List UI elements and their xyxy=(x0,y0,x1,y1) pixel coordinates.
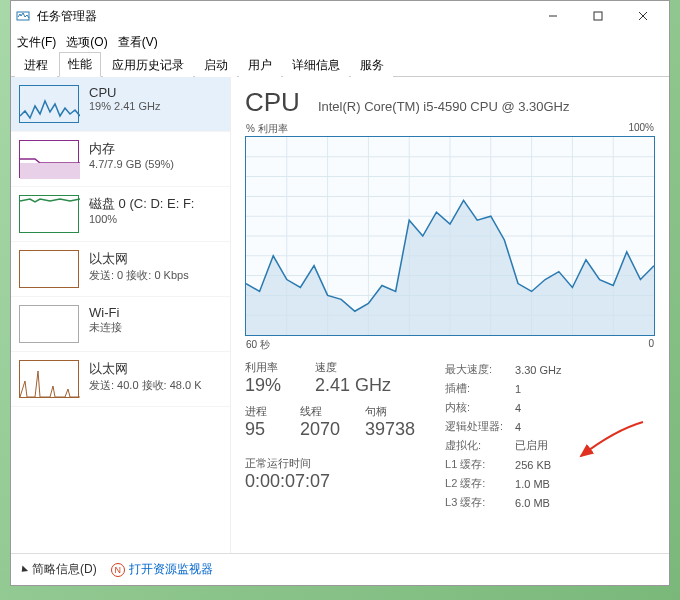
stat-val: 4 xyxy=(515,417,571,436)
stat-key: 最大速度: xyxy=(445,360,515,379)
tab-performance[interactable]: 性能 xyxy=(59,52,101,77)
cpu-model: Intel(R) Core(TM) i5-4590 CPU @ 3.30GHz xyxy=(318,99,570,114)
stat-val: 256 KB xyxy=(515,455,571,474)
stat-val: 6.0 MB xyxy=(515,493,571,512)
sidebar-label: Wi-Fi xyxy=(89,305,222,320)
sidebar-sub: 未连接 xyxy=(89,320,222,335)
svg-rect-5 xyxy=(20,163,80,179)
close-button[interactable] xyxy=(620,2,665,30)
chart-ylabel: % 利用率 xyxy=(246,122,288,136)
task-manager-window: 任务管理器 文件(F) 选项(O) 查看(V) 进程 性能 应用历史记录 启动 … xyxy=(10,0,670,586)
performance-sidebar: CPU19% 2.41 GHz 内存4.7/7.9 GB (59%) 磁盘 0 … xyxy=(11,77,231,553)
sidebar-label: 内存 xyxy=(89,140,222,158)
main-panel: CPU Intel(R) Core(TM) i5-4590 CPU @ 3.30… xyxy=(231,77,669,553)
fewer-details-button[interactable]: 简略信息(D) xyxy=(21,561,97,578)
sidebar-item-ethernet[interactable]: 以太网发送: 0 接收: 0 Kbps xyxy=(11,242,230,297)
wifi-thumb-icon xyxy=(19,305,79,343)
stat-label: 句柄 xyxy=(365,404,387,419)
stat-key: L3 缓存: xyxy=(445,493,515,512)
stat-val: 已启用 xyxy=(515,436,571,455)
titlebar[interactable]: 任务管理器 xyxy=(11,1,669,31)
sidebar-item-memory[interactable]: 内存4.7/7.9 GB (59%) xyxy=(11,132,230,187)
sidebar-item-wifi[interactable]: Wi-Fi未连接 xyxy=(11,297,230,352)
stats-left: 利用率 速度 19% 2.41 GHz 进程 线程 句柄 xyxy=(245,360,415,512)
stat-val: 1.0 MB xyxy=(515,474,571,493)
chevron-icon xyxy=(19,565,28,574)
sidebar-item-disk[interactable]: 磁盘 0 (C: D: E: F:100% xyxy=(11,187,230,242)
stat-value-utilization: 19% xyxy=(245,375,295,396)
stat-label: 利用率 xyxy=(245,360,295,375)
sidebar-label: 磁盘 0 (C: D: E: F: xyxy=(89,195,222,213)
chart-ymax: 100% xyxy=(628,122,654,136)
chart-xmax: 60 秒 xyxy=(246,338,270,352)
window-title: 任务管理器 xyxy=(37,8,530,25)
ethernet-thumb-icon xyxy=(19,250,79,288)
stat-key: 插槽: xyxy=(445,379,515,398)
footer: 简略信息(D) N打开资源监视器 xyxy=(11,553,669,585)
tab-processes[interactable]: 进程 xyxy=(15,53,57,77)
annotation-arrow-icon xyxy=(575,420,645,460)
menu-options[interactable]: 选项(O) xyxy=(66,34,107,51)
sidebar-sub: 19% 2.41 GHz xyxy=(89,100,222,112)
sidebar-item-cpu[interactable]: CPU19% 2.41 GHz xyxy=(11,77,230,132)
stat-label: 进程 xyxy=(245,404,280,419)
sidebar-sub: 发送: 40.0 接收: 48.0 K xyxy=(89,378,222,393)
content-area: CPU19% 2.41 GHz 内存4.7/7.9 GB (59%) 磁盘 0 … xyxy=(11,77,669,553)
sidebar-sub: 100% xyxy=(89,213,222,225)
svg-rect-2 xyxy=(594,12,602,20)
stat-val: 3.30 GHz xyxy=(515,360,571,379)
app-icon xyxy=(15,8,31,24)
page-title: CPU xyxy=(245,87,300,118)
stat-key: 内核: xyxy=(445,398,515,417)
uptime-label: 正常运行时间 xyxy=(245,456,415,471)
disk-thumb-icon xyxy=(19,195,79,233)
stat-key: L1 缓存: xyxy=(445,455,515,474)
tab-users[interactable]: 用户 xyxy=(239,53,281,77)
menubar: 文件(F) 选项(O) 查看(V) xyxy=(11,31,669,53)
uptime-value: 0:00:07:07 xyxy=(245,471,415,492)
stat-value-threads: 2070 xyxy=(300,419,345,440)
stat-value-processes: 95 xyxy=(245,419,280,440)
resmon-icon: N xyxy=(111,563,125,577)
menu-file[interactable]: 文件(F) xyxy=(17,34,56,51)
tab-details[interactable]: 详细信息 xyxy=(283,53,349,77)
sidebar-sub: 发送: 0 接收: 0 Kbps xyxy=(89,268,222,283)
cpu-usage-chart[interactable] xyxy=(245,136,655,336)
sidebar-item-ethernet2[interactable]: 以太网发送: 40.0 接收: 48.0 K xyxy=(11,352,230,407)
stat-value-handles: 39738 xyxy=(365,419,415,440)
minimize-button[interactable] xyxy=(530,2,575,30)
tab-app-history[interactable]: 应用历史记录 xyxy=(103,53,193,77)
stat-value-speed: 2.41 GHz xyxy=(315,375,391,396)
stat-key: L2 缓存: xyxy=(445,474,515,493)
ethernet2-thumb-icon xyxy=(19,360,79,398)
stat-val: 1 xyxy=(515,379,571,398)
stat-label: 线程 xyxy=(300,404,345,419)
memory-thumb-icon xyxy=(19,140,79,178)
sidebar-label: 以太网 xyxy=(89,250,222,268)
sidebar-sub: 4.7/7.9 GB (59%) xyxy=(89,158,222,170)
stat-key: 虚拟化: xyxy=(445,436,515,455)
stat-label: 速度 xyxy=(315,360,337,375)
tab-startup[interactable]: 启动 xyxy=(195,53,237,77)
sidebar-label: 以太网 xyxy=(89,360,222,378)
maximize-button[interactable] xyxy=(575,2,620,30)
stat-val: 4 xyxy=(515,398,571,417)
stats-right: 最大速度:3.30 GHz插槽:1内核:4逻辑处理器:4虚拟化:已启用L1 缓存… xyxy=(445,360,655,512)
cpu-thumb-icon xyxy=(19,85,79,123)
tab-services[interactable]: 服务 xyxy=(351,53,393,77)
tabbar: 进程 性能 应用历史记录 启动 用户 详细信息 服务 xyxy=(11,53,669,77)
open-resmon-button[interactable]: N打开资源监视器 xyxy=(111,561,213,578)
chart-xmin: 0 xyxy=(648,338,654,352)
sidebar-label: CPU xyxy=(89,85,222,100)
stat-key: 逻辑处理器: xyxy=(445,417,515,436)
menu-view[interactable]: 查看(V) xyxy=(118,34,158,51)
